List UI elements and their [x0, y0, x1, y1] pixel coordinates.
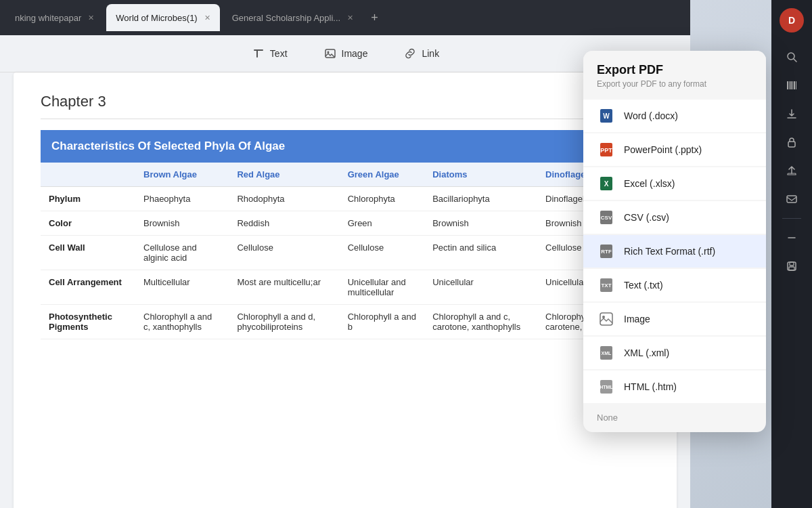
tab-3-close[interactable]: ✕	[347, 14, 353, 22]
svg-rect-31	[600, 313, 612, 325]
download-icon-btn[interactable]	[780, 102, 804, 126]
export-item-image[interactable]: Image	[583, 303, 766, 335]
lock-icon-btn[interactable]	[780, 130, 804, 154]
export-label-word: Word (.docx)	[624, 110, 678, 121]
export-icon-excel: X	[597, 174, 616, 193]
export-none-label: None	[583, 407, 766, 425]
row-cell: Bacillariophyta	[424, 187, 537, 211]
row-cell: Chlorophyll a and d, phycobiliproteins	[229, 305, 339, 339]
row-cell: Brownish	[135, 211, 229, 236]
row-cell: Cellulose and alginic acid	[135, 236, 229, 270]
row-cell: Unicellular and multicellular	[340, 270, 424, 305]
mail-icon-btn[interactable]	[780, 187, 804, 211]
svg-rect-10	[794, 81, 795, 89]
row-cell: Chlorophyll a and c, carotone, xanthophy…	[424, 305, 537, 339]
col-header-3: Green Algae	[340, 163, 424, 187]
image-button-label: Image	[342, 48, 368, 59]
document-area: Chapter 3 Characteristics Of Selected Ph…	[14, 72, 677, 508]
export-header: Export PDF Export your PDF to any format	[583, 51, 766, 96]
svg-text:X: X	[604, 180, 609, 188]
row-label: Cell Arrangement	[41, 270, 135, 305]
row-cell: Chlorophyll a and b	[340, 305, 424, 339]
save-icon-btn[interactable]	[780, 254, 804, 278]
export-icon-txt: TXT	[597, 276, 616, 295]
row-label: Cell Wall	[41, 236, 135, 270]
export-item-ppt[interactable]: PPTPowerPoint (.pptx)	[583, 133, 766, 166]
col-header-0	[41, 163, 135, 187]
svg-text:PPT: PPT	[600, 147, 612, 154]
image-icon	[323, 46, 338, 61]
export-item-xml[interactable]: XMLXML (.xml)	[583, 337, 766, 369]
sidebar-divider	[782, 218, 801, 219]
row-cell: Phaeophyta	[135, 187, 229, 211]
export-label-csv: CSV (.csv)	[624, 212, 669, 223]
col-header-4: Diatoms	[424, 163, 537, 187]
row-cell: Rhodophyta	[229, 187, 339, 211]
export-icon-word: W	[597, 106, 616, 125]
table-row: Cell ArrangementMulticellularMost are mu…	[41, 270, 650, 305]
export-label-ppt: PowerPoint (.pptx)	[624, 144, 702, 155]
link-icon	[403, 46, 418, 61]
share-icon-btn[interactable]	[780, 158, 804, 183]
svg-line-5	[794, 59, 796, 62]
row-cell: Pectin and silica	[424, 236, 537, 270]
barcode-icon-btn[interactable]	[780, 73, 804, 98]
table-main-title: Characteristics Of Selected Phyla Of Alg…	[41, 130, 650, 163]
tab-1-label: nking whitepapar	[15, 13, 81, 23]
export-panel-title: Export PDF	[597, 63, 752, 77]
row-cell: Cellulose	[229, 236, 339, 270]
add-tab-button[interactable]: +	[365, 8, 384, 28]
chapter-title: Chapter 3	[41, 93, 650, 119]
table-row: ColorBrownishReddishGreenBrownishBrownis…	[41, 211, 650, 236]
row-cell: Green	[340, 211, 424, 236]
column-header-row: Brown Algae Red Algae Green Algae Diatom…	[41, 163, 650, 187]
text-button[interactable]: Text	[240, 42, 298, 65]
tab-2-close[interactable]: ✕	[204, 14, 210, 22]
export-item-word[interactable]: WWord (.docx)	[583, 100, 766, 132]
row-cell: Brownish	[424, 211, 537, 236]
tab-2[interactable]: World of Microbes(1) ✕	[106, 4, 219, 31]
svg-point-3	[327, 51, 329, 54]
table-title-row: Characteristics Of Selected Phyla Of Alg…	[41, 130, 650, 163]
row-cell: Multicellular	[135, 270, 229, 305]
tab-1-close[interactable]: ✕	[88, 14, 94, 22]
image-button[interactable]: Image	[312, 42, 379, 65]
tab-3-label: General Scholarship Appli...	[232, 13, 340, 23]
table-row: Photosynthetic PigmentsChlorophyll a and…	[41, 305, 650, 339]
text-icon	[251, 46, 266, 61]
row-label: Color	[41, 211, 135, 236]
col-header-2: Red Algae	[229, 163, 339, 187]
right-sidebar: D	[771, 0, 812, 508]
svg-rect-9	[792, 81, 793, 89]
export-label-txt: Text (.txt)	[624, 280, 663, 291]
row-cell: Reddish	[229, 211, 339, 236]
export-label-excel: Excel (.xlsx)	[624, 178, 675, 189]
avatar: D	[780, 8, 804, 33]
row-label: Phylum	[41, 187, 135, 211]
svg-rect-8	[790, 81, 792, 89]
table-row: PhylumPhaeophytaRhodophytaChlorophytaBac…	[41, 187, 650, 211]
svg-rect-6	[787, 81, 788, 89]
export-item-txt[interactable]: TXTText (.txt)	[583, 269, 766, 301]
export-item-html[interactable]: HTMLHTML (.htm)	[583, 371, 766, 403]
search-icon-btn[interactable]	[780, 45, 804, 69]
tab-3[interactable]: General Scholarship Appli... ✕	[223, 4, 363, 31]
export-item-excel[interactable]: XExcel (.xlsx)	[583, 167, 766, 200]
tab-1[interactable]: nking whitepapar ✕	[5, 4, 104, 31]
svg-rect-11	[796, 81, 796, 89]
svg-rect-13	[788, 142, 795, 147]
link-button[interactable]: Link	[392, 42, 450, 65]
export-item-rtf[interactable]: RTFRich Text Format (.rtf)	[583, 235, 766, 268]
row-label: Photosynthetic Pigments	[41, 305, 135, 339]
svg-text:TXT: TXT	[601, 282, 611, 289]
link-button-label: Link	[422, 48, 439, 59]
export-label-html: HTML (.htm)	[624, 381, 677, 392]
svg-text:W: W	[603, 112, 610, 120]
svg-rect-14	[787, 196, 796, 203]
svg-text:RTF: RTF	[601, 249, 612, 255]
export-item-csv[interactable]: CSVCSV (.csv)	[583, 201, 766, 234]
export-icon-rtf: RTF	[597, 242, 616, 261]
minus-icon-btn[interactable]	[780, 226, 804, 250]
row-cell: Chlorophyta	[340, 187, 424, 211]
row-cell: Unicellular	[424, 270, 537, 305]
